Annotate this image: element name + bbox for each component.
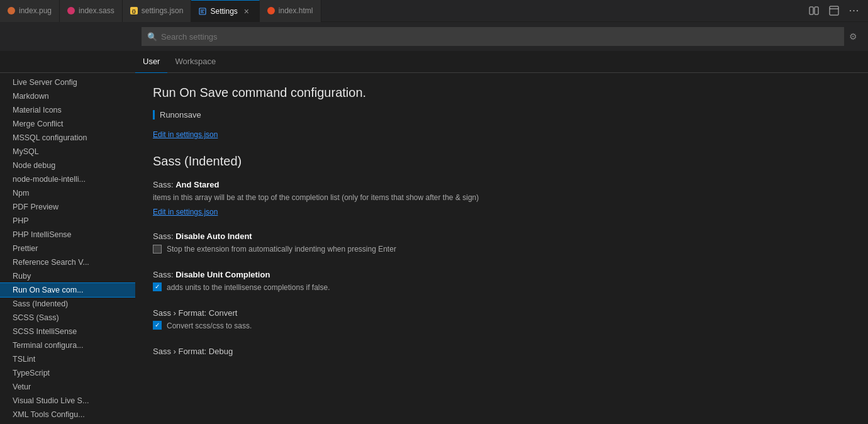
sass-format-convert-row: Convert scss/css to sass. xyxy=(153,320,850,332)
sass-disable-auto-indent-label: Sass: Disable Auto Indent xyxy=(153,232,850,241)
svg-rect-6 xyxy=(830,6,838,15)
sass-and-stared-edit-link[interactable]: Edit in settings.json xyxy=(153,208,218,216)
sass-disable-unit-completion-row: adds units to the intellisense completio… xyxy=(153,282,850,293)
toggle-panel-button[interactable] xyxy=(825,2,843,20)
tab-icon-settings xyxy=(199,8,206,15)
sidebar-item-merge-conflict[interactable]: Merge Conflict xyxy=(0,117,135,131)
sass-and-stared-description: items in this array will be at the top o… xyxy=(153,192,850,203)
sass-disable-unit-completion-checkbox[interactable] xyxy=(153,282,162,291)
search-row: 🔍 ⚙ xyxy=(0,22,868,51)
tab-label-settings: Settings xyxy=(210,7,237,16)
tab-close-settings[interactable]: × xyxy=(242,6,252,16)
sass-format-debug-group: Sass › Format: Debug xyxy=(153,347,850,356)
runonsave-label: Runonsave xyxy=(160,110,850,120)
sidebar-item-xml-tools-configu[interactable]: XML Tools Configu... xyxy=(0,408,135,421)
tab-bar: index.pug index.sass {} settings.json Se… xyxy=(0,0,868,22)
run-on-save-title: Run On Save command configuration. xyxy=(153,86,850,100)
sidebar-item-run-on-save[interactable]: Run On Save com... xyxy=(0,283,135,297)
sidebar-item-typescript[interactable]: TypeScript xyxy=(0,366,135,380)
sidebar-item-node-module-intelli[interactable]: node-module-intelli... xyxy=(0,172,135,186)
sass-disable-unit-completion-group: Sass: Disable Unit Completion adds units… xyxy=(153,270,850,293)
search-icon: 🔍 xyxy=(147,32,157,42)
sidebar-item-markdown[interactable]: Markdown xyxy=(0,89,135,103)
sass-format-convert-desc: Convert scss/css to sass. xyxy=(167,320,252,332)
sidebar-item-vetur[interactable]: Vetur xyxy=(0,380,135,394)
tab-user[interactable]: User xyxy=(135,51,167,73)
sidebar-item-reference-search-v[interactable]: Reference Search V... xyxy=(0,255,135,269)
svg-rect-4 xyxy=(810,7,813,14)
tab-index-sass[interactable]: index.sass xyxy=(60,0,123,22)
split-editor-button[interactable] xyxy=(805,2,823,20)
sidebar-item-mysql[interactable]: MySQL xyxy=(0,145,135,159)
settings-container: 🔍 ⚙ User Workspace Live Server Config Ma… xyxy=(0,22,868,424)
tab-icon-index-html xyxy=(267,7,275,14)
sass-section-title: Sass (Indented) xyxy=(153,154,850,169)
sass-disable-unit-completion-desc: adds units to the intellisense completio… xyxy=(167,282,330,293)
tab-icon-index-pug xyxy=(8,7,15,14)
sidebar-item-visual-studio-live-s[interactable]: Visual Studio Live S... xyxy=(0,394,135,408)
tab-settings-json[interactable]: {} settings.json xyxy=(123,0,192,22)
settings-tabs: User Workspace xyxy=(0,51,868,73)
settings-body: Live Server Config Markdown Material Ico… xyxy=(0,73,868,424)
sass-format-convert-label: Sass › Format: Convert xyxy=(153,308,850,318)
sidebar-item-mssql-configuration[interactable]: MSSQL configuration xyxy=(0,131,135,145)
runonsave-accent-block: Runonsave xyxy=(153,110,850,120)
sidebar-item-scss-sass[interactable]: SCSS (Sass) xyxy=(0,311,135,325)
sidebar-item-tslint[interactable]: TSLint xyxy=(0,352,135,366)
tab-settings[interactable]: Settings × xyxy=(191,0,259,22)
sidebar-item-node-debug[interactable]: Node debug xyxy=(0,159,135,172)
more-actions-button[interactable]: ··· xyxy=(845,2,863,20)
sass-disable-auto-indent-row: Stop the extension from automatically in… xyxy=(153,243,850,255)
run-on-save-edit-link[interactable]: Edit in settings.json xyxy=(153,130,218,139)
svg-rect-5 xyxy=(815,7,818,14)
tab-label-index-html: index.html xyxy=(279,6,313,15)
sass-disable-auto-indent-checkbox[interactable] xyxy=(153,245,162,254)
settings-gear-button[interactable]: ⚙ xyxy=(844,28,862,45)
sass-format-convert-group: Sass › Format: Convert Convert scss/css … xyxy=(153,308,850,332)
sidebar-item-php[interactable]: PHP xyxy=(0,214,135,228)
sidebar-item-material-icons[interactable]: Material Icons xyxy=(0,103,135,117)
sidebar-item-ruby[interactable]: Ruby xyxy=(0,269,135,283)
sidebar-item-pdf-preview[interactable]: PDF Preview xyxy=(0,200,135,214)
tab-index-html[interactable]: index.html xyxy=(260,0,321,22)
sass-and-stared-label: Sass: And Stared xyxy=(153,180,850,189)
sass-indented-section: Sass (Indented) Sass: And Stared items i… xyxy=(153,154,850,356)
sass-and-stared-group: Sass: And Stared items in this array wil… xyxy=(153,180,850,216)
sidebar: Live Server Config Markdown Material Ico… xyxy=(0,73,135,424)
tab-label-settings-json: settings.json xyxy=(142,6,184,15)
sass-format-convert-checkbox[interactable] xyxy=(153,321,162,330)
tab-index-pug[interactable]: index.pug xyxy=(0,0,60,22)
tab-icon-index-sass xyxy=(67,7,75,14)
sidebar-item-terminal-configura[interactable]: Terminal configura... xyxy=(0,338,135,352)
search-input[interactable] xyxy=(161,32,838,42)
tab-workspace[interactable]: Workspace xyxy=(167,51,223,73)
run-on-save-section: Run On Save command configuration. Runon… xyxy=(153,86,850,139)
search-input-wrapper: 🔍 xyxy=(142,27,844,46)
sidebar-item-php-intellisense[interactable]: PHP IntelliSense xyxy=(0,228,135,242)
sass-disable-auto-indent-group: Sass: Disable Auto Indent Stop the exten… xyxy=(153,232,850,255)
tab-bar-actions: ··· xyxy=(805,2,868,20)
tab-label-index-sass: index.sass xyxy=(79,6,114,15)
sidebar-item-prettier[interactable]: Prettier xyxy=(0,242,135,255)
main-content: Run On Save command configuration. Runon… xyxy=(135,73,868,424)
sass-format-debug-label: Sass › Format: Debug xyxy=(153,347,850,356)
tab-label-index-pug: index.pug xyxy=(19,6,52,15)
sidebar-item-npm[interactable]: Npm xyxy=(0,186,135,200)
sidebar-item-scss-intellisense[interactable]: SCSS IntelliSense xyxy=(0,325,135,338)
sidebar-item-live-server-config[interactable]: Live Server Config xyxy=(0,75,135,89)
sidebar-item-sass-indented[interactable]: Sass (Indented) xyxy=(0,297,135,311)
sass-disable-auto-indent-desc: Stop the extension from automatically in… xyxy=(167,243,396,255)
sass-disable-unit-completion-label: Sass: Disable Unit Completion xyxy=(153,270,850,279)
